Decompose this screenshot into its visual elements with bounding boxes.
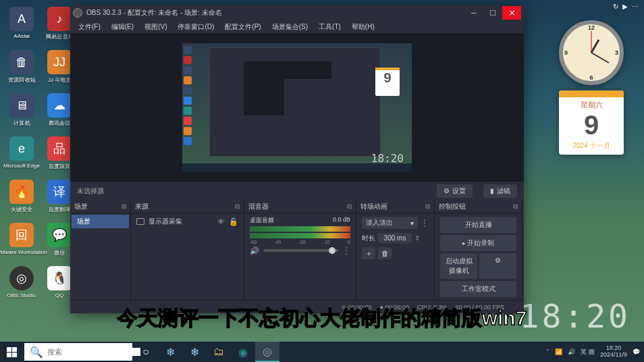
hour-hand <box>591 39 600 53</box>
desktop-icon-computer[interactable]: 🖥计算机 <box>5 93 38 132</box>
desktop-icon-aastal[interactable]: AAAstal <box>5 7 38 46</box>
controls-panel: 控制按钮⧉ 开始直播 ▸ 开始录制 启动虚拟摄像机 ⚙ 工作室模式 设置 <box>435 200 522 300</box>
volume-slider[interactable] <box>263 249 338 252</box>
windows-logo-icon <box>7 347 17 357</box>
desktop-icons-grid: AAAstal♪网易云音乐 🗑资源回收站JJJJ 斗地主 🖥计算机☁腾讯会议 e… <box>5 7 76 305</box>
popout-icon[interactable]: ⧉ <box>347 203 352 211</box>
popout-icon[interactable]: ⧉ <box>122 203 126 211</box>
meter-ticks: -60-45-30-150 <box>250 240 350 244</box>
task-obs[interactable]: ◎ <box>255 342 279 362</box>
desktop-clock: 18:20 <box>520 297 631 335</box>
transitions-panel: 转场动画⧉ 淡入淡出▾ ⋮ 时长 300 ms ⇕ ＋ 🗑 <box>356 200 435 300</box>
video-subtitle: 今天测评一下不忘初心大佬制作的精简版win7 <box>117 305 527 332</box>
source-settings-button[interactable]: ⚙设置 <box>437 184 473 198</box>
lock-toggle[interactable]: 🔓 <box>229 217 238 226</box>
clock-gadget[interactable]: 12 3 6 9 <box>559 20 624 85</box>
menu-profile[interactable]: 配置文件(P) <box>221 21 265 33</box>
source-item[interactable]: 显示器采集 👁 🔓 <box>132 215 242 228</box>
no-source-label: 未选择源 <box>77 186 104 196</box>
calendar-month: 2024 十一月 <box>559 140 624 155</box>
tray-clock[interactable]: 18:20 2024/11/9 <box>600 345 627 359</box>
second-hand <box>591 31 592 53</box>
gear-icon: ⚙ <box>495 257 501 264</box>
start-streaming-button[interactable]: 开始直播 <box>440 217 516 233</box>
visibility-toggle[interactable]: 👁 <box>217 217 225 226</box>
mixer-panel: 混音器⧉ 桌面音频0.0 dB -60-45-30-150 🔊 ⋮ <box>244 200 356 300</box>
menu-tools[interactable]: 工具(T) <box>315 21 345 33</box>
menu-edit[interactable]: 编辑(E) <box>107 21 138 33</box>
obs-window-title: OBS 30.2.3 - 配置文件: 未命名 - 场景: 未命名 <box>86 8 464 18</box>
close-button[interactable]: ✕ <box>502 6 521 20</box>
calendar-weekday: 星期六 <box>559 97 624 110</box>
menu-view[interactable]: 视图(V) <box>140 21 171 33</box>
taskbar-search[interactable]: 🔍 <box>24 343 132 361</box>
search-input[interactable] <box>47 348 140 356</box>
menu-dock[interactable]: 停靠窗口(D) <box>173 21 218 33</box>
popout-icon[interactable]: ⧉ <box>235 203 240 211</box>
spinner-icon[interactable]: ⇕ <box>414 234 420 242</box>
obs-titlebar[interactable]: OBS 30.2.3 - 配置文件: 未命名 - 场景: 未命名 ─ ☐ ✕ <box>70 5 524 20</box>
calendar-gadget[interactable]: 星期六 9 2024 十一月 <box>559 90 624 155</box>
mixer-track: 桌面音频0.0 dB -60-45-30-150 🔊 ⋮ <box>246 215 354 257</box>
transition-menu-icon[interactable]: ⋮ <box>421 218 429 228</box>
tray-ime[interactable]: 英 圈 <box>581 348 595 357</box>
tray-notifications-icon[interactable]: 💬 <box>633 348 640 355</box>
desktop-icon-obs[interactable]: ◎OBS Studio <box>5 266 38 305</box>
start-button[interactable] <box>0 342 23 362</box>
taskbar: 🔍 ○ ❄ ❄ 🗂 ◉ ◎ ˄ 📶 🔊 英 圈 18:20 2024/11/9 … <box>0 342 644 362</box>
track-menu-icon[interactable]: ⋮ <box>342 246 350 255</box>
task-cortana[interactable]: ○ <box>134 342 158 362</box>
task-snowflake1[interactable]: ❄ <box>158 342 182 362</box>
speaker-icon[interactable]: 🔊 <box>250 247 259 255</box>
maximize-button[interactable]: ☐ <box>483 6 502 20</box>
task-edge[interactable]: ◉ <box>231 342 255 362</box>
menu-file[interactable]: 文件(F) <box>74 21 105 33</box>
obs-logo-icon <box>73 8 82 18</box>
scene-item[interactable]: 场景 <box>72 215 129 228</box>
tray-volume-icon[interactable]: 🔊 <box>568 348 575 355</box>
desktop-icon-edge[interactable]: eMicrosoft Edge <box>5 136 38 176</box>
task-snowflake2[interactable]: ❄ <box>182 342 207 362</box>
track-name: 桌面音频 <box>250 216 274 225</box>
desktop-icon-vmware[interactable]: 回VMware Workstation <box>5 223 38 262</box>
desktop-icon-huorong[interactable]: 🔥火绒安全 <box>5 180 38 219</box>
studio-mode-button[interactable]: 工作室模式 <box>440 281 516 297</box>
virtualcam-settings-button[interactable]: ⚙ <box>479 253 516 279</box>
audio-meter <box>250 233 350 238</box>
tray-network-icon[interactable]: 📶 <box>555 348 562 355</box>
source-name: 显示器采集 <box>149 217 182 226</box>
scenes-title: 场景 <box>74 202 88 211</box>
scenes-panel: 场景⧉ 场景 <box>70 200 131 300</box>
obs-menubar: 文件(F) 编辑(E) 视图(V) 停靠窗口(D) 配置文件(P) 场景集合(S… <box>70 20 524 34</box>
start-virtualcam-button[interactable]: 启动虚拟摄像机 <box>440 253 477 279</box>
add-transition-button[interactable]: ＋ <box>362 247 375 259</box>
popout-icon[interactable]: ⧉ <box>513 203 518 211</box>
track-db: 0.0 dB <box>333 216 350 225</box>
controls-title: 控制按钮 <box>439 202 466 211</box>
source-filter-button[interactable]: ▮滤镜 <box>483 184 517 198</box>
display-capture-icon <box>136 218 144 225</box>
video-player-controls[interactable]: ↻▶⋯ <box>613 3 639 10</box>
audio-meter <box>250 226 350 232</box>
obs-source-toolbar: 未选择源 ⚙设置 ▮滤镜 <box>70 181 524 200</box>
start-recording-button[interactable]: ▸ 开始录制 <box>440 235 516 251</box>
clock-face: 12 3 6 9 <box>564 26 618 80</box>
duration-label: 时长 <box>362 234 375 243</box>
task-explorer[interactable]: 🗂 <box>207 342 231 362</box>
menu-scene-collection[interactable]: 场景集合(S) <box>268 21 312 33</box>
transitions-title: 转场动画 <box>360 202 387 211</box>
duration-input[interactable]: 300 ms <box>378 233 412 243</box>
minimize-button[interactable]: ─ <box>464 6 483 20</box>
search-icon: 🔍 <box>30 346 43 359</box>
mixer-title: 混音器 <box>248 202 269 211</box>
remove-transition-button[interactable]: 🗑 <box>378 247 392 259</box>
transition-select[interactable]: 淡入淡出▾ <box>362 217 418 229</box>
popout-icon[interactable]: ⧉ <box>425 203 430 211</box>
obs-window: OBS 30.2.3 - 配置文件: 未命名 - 场景: 未命名 ─ ☐ ✕ 文… <box>70 5 524 313</box>
minute-hand <box>591 52 610 63</box>
preview-content: 9 18:20 <box>182 43 412 172</box>
tray-chevron-icon[interactable]: ˄ <box>546 348 549 355</box>
menu-help[interactable]: 帮助(H) <box>348 21 379 33</box>
obs-preview-area[interactable]: 9 18:20 <box>70 34 524 181</box>
desktop-icon-recycle[interactable]: 🗑资源回收站 <box>5 50 38 89</box>
